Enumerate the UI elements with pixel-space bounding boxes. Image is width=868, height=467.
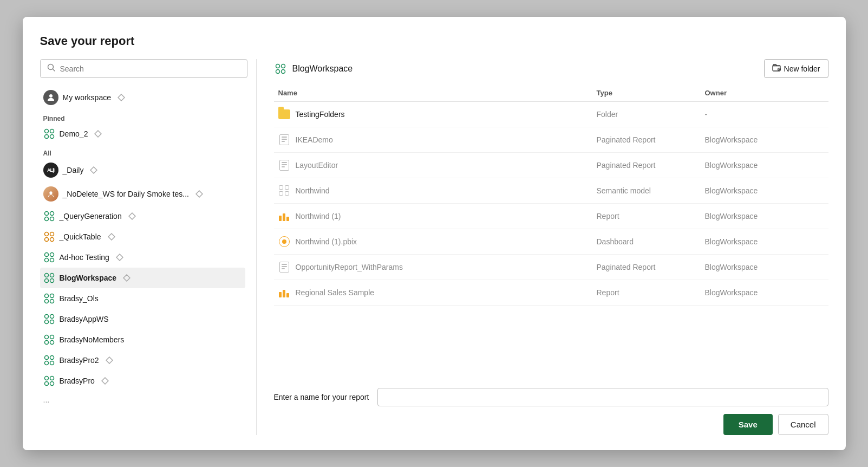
- search-icon: [47, 63, 56, 74]
- svg-point-29: [44, 279, 48, 283]
- file-name: Northwind (1).pbix: [296, 237, 357, 246]
- table-row[interactable]: Northwind (1) Report BlogWorkspace: [274, 204, 828, 229]
- pag-report-icon: [278, 134, 290, 146]
- sidebar-item-label: BradsyAppWS: [60, 315, 109, 323]
- file-type: Paginated Report: [597, 263, 705, 271]
- svg-point-25: [50, 258, 54, 262]
- folder-icon: [278, 108, 290, 120]
- sidebar-item-bradsyols[interactable]: Bradsy_Ols: [40, 288, 245, 309]
- sidebar-item-label: BradsyNoMembers: [60, 335, 125, 344]
- svg-point-2: [49, 94, 53, 98]
- svg-marker-11: [196, 191, 203, 197]
- table-row[interactable]: Northwind Semantic model BlogWorkspace: [274, 178, 828, 204]
- workspace-icon-header: [274, 62, 287, 75]
- svg-point-51: [44, 382, 48, 386]
- file-name: Northwind: [296, 186, 330, 195]
- dialog-title: Save your report: [40, 34, 828, 48]
- file-owner: BlogWorkspace: [705, 186, 813, 195]
- table-row[interactable]: OpportunityReport_WithParams Paginated R…: [274, 255, 828, 280]
- svg-point-17: [44, 232, 48, 236]
- search-input[interactable]: [60, 64, 240, 73]
- col-name: Name: [278, 89, 597, 97]
- svg-point-14: [44, 217, 48, 221]
- file-owner: BlogWorkspace: [705, 135, 813, 144]
- table-row[interactable]: Regional Sales Sample Report BlogWorkspa…: [274, 280, 828, 306]
- svg-point-15: [50, 217, 54, 221]
- file-table: Name Type Owner TestingFolders Folder -: [274, 89, 828, 377]
- new-folder-icon: [772, 63, 781, 74]
- svg-point-36: [44, 315, 48, 319]
- file-owner: BlogWorkspace: [705, 161, 813, 170]
- table-row[interactable]: Northwind (1).pbix Dashboard BlogWorkspa…: [274, 229, 828, 255]
- sidebar-item-adhoc[interactable]: Ad-hoc Testing: [40, 247, 245, 268]
- svg-point-23: [50, 253, 54, 257]
- sidebar-item-blogworkspace[interactable]: BlogWorkspace: [40, 268, 245, 288]
- my-workspace-label: My workspace: [63, 93, 111, 102]
- workspace-breadcrumb: BlogWorkspace: [274, 62, 353, 75]
- file-name-cell: Northwind: [278, 185, 597, 197]
- svg-point-30: [50, 279, 54, 283]
- save-report-dialog: Save your report My workspa: [23, 17, 846, 450]
- report-icon: [278, 287, 290, 299]
- sidebar-item-more[interactable]: ...: [40, 391, 245, 408]
- diamond-badge: [108, 233, 115, 241]
- diamond-badge: [106, 356, 113, 364]
- svg-point-35: [50, 300, 54, 303]
- save-button[interactable]: Save: [723, 414, 773, 435]
- svg-point-10: [49, 191, 52, 194]
- svg-marker-48: [106, 357, 113, 364]
- sidebar-item-nodelete[interactable]: _NoDelete_WS for Daily Smoke tes...: [40, 182, 245, 206]
- all-section-label: All: [40, 146, 245, 158]
- file-name: Northwind (1): [296, 212, 341, 220]
- diamond-badge-my-workspace: [118, 94, 125, 101]
- pag-report-icon: [278, 261, 290, 273]
- table-row[interactable]: IKEADemo Paginated Report BlogWorkspace: [274, 127, 828, 153]
- svg-point-34: [44, 300, 48, 303]
- sidebar-item-bradsynomembers[interactable]: BradsyNoMembers: [40, 329, 245, 350]
- sidebar-item-demo2[interactable]: Demo_2: [40, 124, 245, 144]
- file-type: Report: [597, 288, 705, 297]
- pinned-section-label: Pinned: [40, 112, 245, 124]
- new-folder-button[interactable]: New folder: [764, 59, 828, 78]
- diamond-badge: [195, 190, 203, 198]
- sidebar-item-my-workspace[interactable]: My workspace: [40, 86, 245, 109]
- report-name-input[interactable]: [377, 388, 828, 406]
- bottom-section: Enter a name for your report Save Cancel: [274, 388, 828, 435]
- sidebar-item-bradsyappws[interactable]: BradsyAppWS: [40, 309, 245, 329]
- table-row[interactable]: TestingFolders Folder -: [274, 102, 828, 127]
- action-buttons: Save Cancel: [274, 414, 828, 435]
- file-name: Regional Sales Sample: [296, 288, 375, 297]
- svg-marker-16: [129, 213, 135, 219]
- sidebar-item-daily[interactable]: AL|I _Daily: [40, 158, 245, 182]
- sidebar-item-label: Ad-hoc Testing: [60, 253, 109, 262]
- avatar: [43, 90, 58, 105]
- svg-marker-31: [123, 275, 130, 281]
- sidebar-item-label: _QueryGeneration: [60, 212, 122, 220]
- svg-marker-8: [95, 131, 101, 137]
- sidebar-item-querygeneration[interactable]: _QueryGeneration: [40, 206, 245, 226]
- svg-point-50: [50, 377, 54, 380]
- svg-point-55: [281, 64, 285, 68]
- file-type: Dashboard: [597, 237, 705, 246]
- svg-point-22: [44, 253, 48, 257]
- workspace-icon: [43, 128, 55, 140]
- sidebar-item-bradsypro2[interactable]: BradsyPro2: [40, 350, 245, 371]
- svg-point-45: [50, 356, 54, 360]
- svg-point-41: [50, 335, 54, 339]
- sidebar-item-label: BlogWorkspace: [60, 274, 117, 282]
- svg-point-56: [276, 69, 279, 73]
- svg-point-32: [44, 294, 48, 298]
- cancel-button[interactable]: Cancel: [778, 414, 828, 435]
- workspace-list: My workspace Pinned: [40, 86, 247, 435]
- sidebar-item-quicktable[interactable]: _QuickTable: [40, 226, 245, 247]
- sidebar-item-label: _NoDelete_WS for Daily Smoke tes...: [63, 190, 189, 198]
- workspace-icon: [43, 272, 55, 284]
- svg-point-12: [44, 212, 48, 216]
- search-box[interactable]: [40, 59, 247, 78]
- table-row[interactable]: LayoutEditor Paginated Report BlogWorksp…: [274, 153, 828, 178]
- diamond-badge: [116, 254, 123, 261]
- sidebar-item-bradsypro[interactable]: BradsyPro: [40, 371, 245, 391]
- pag-report-icon: [278, 159, 290, 171]
- svg-marker-26: [116, 254, 123, 261]
- sidebar-item-label: BradsyPro2: [60, 356, 99, 365]
